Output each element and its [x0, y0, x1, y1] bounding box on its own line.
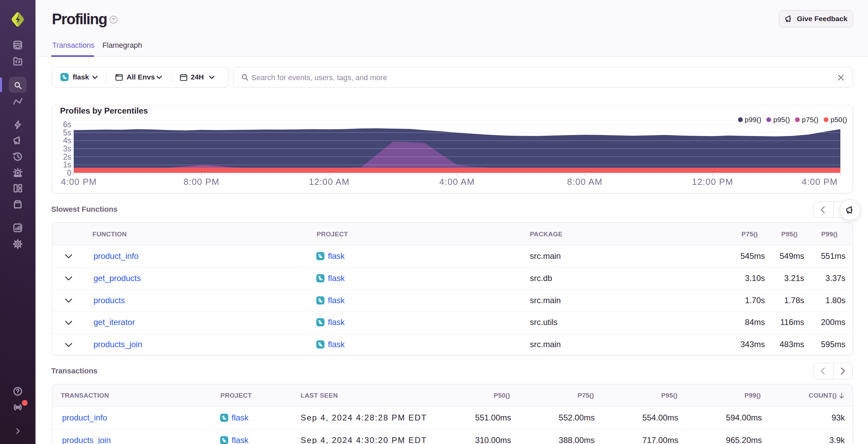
svg-text:3s: 3s — [63, 144, 71, 153]
svg-text:12:00 PM: 12:00 PM — [692, 177, 733, 187]
svg-text:0: 0 — [67, 168, 71, 177]
svg-text:4:00 PM: 4:00 PM — [61, 177, 97, 187]
svg-text:4:00 PM: 4:00 PM — [802, 177, 838, 187]
svg-text:4:00 AM: 4:00 AM — [439, 177, 475, 187]
svg-text:5s: 5s — [63, 128, 71, 137]
svg-text:8:00 AM: 8:00 AM — [567, 177, 603, 187]
svg-text:12:00 AM: 12:00 AM — [309, 177, 349, 187]
svg-text:4s: 4s — [63, 136, 71, 145]
svg-text:8:00 PM: 8:00 PM — [184, 177, 219, 187]
svg-text:6s: 6s — [63, 120, 71, 129]
svg-text:2s: 2s — [63, 152, 71, 161]
svg-text:1s: 1s — [63, 160, 71, 169]
